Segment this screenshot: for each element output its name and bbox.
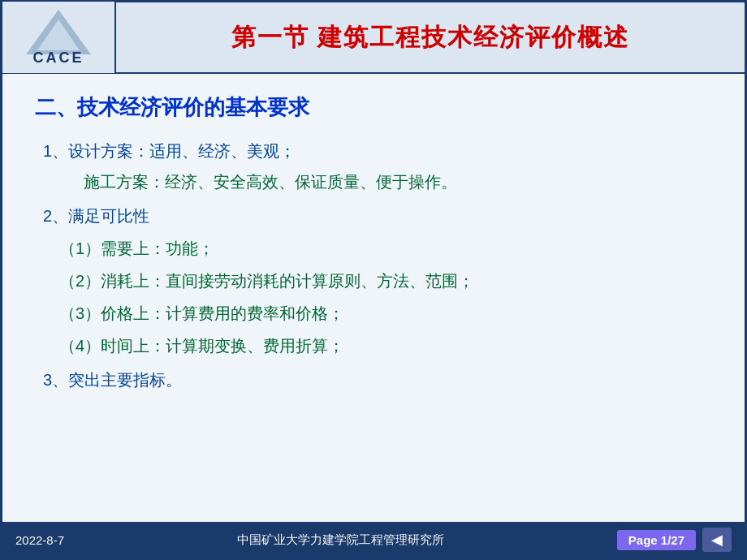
content-block-3: 3、突出主要指标。 xyxy=(35,367,712,393)
header-title-area: 第一节 建筑工程技术经济评价概述 xyxy=(116,21,745,54)
logo-area: CACE xyxy=(2,2,116,73)
list-item: 2、满足可比性 xyxy=(35,203,712,229)
list-item: 施工方案：经济、安全高效、保证质量、便于操作。 xyxy=(35,169,712,195)
section-title: 二、技术经济评价的基本要求 xyxy=(35,93,712,122)
footer-right: Page 1/27 ◀ xyxy=(617,528,732,552)
list-item: （1）需要上：功能； xyxy=(35,235,712,261)
list-item: （3）价格上：计算费用的费率和价格； xyxy=(35,300,712,326)
header: CACE 第一节 建筑工程技术经济评价概述 xyxy=(2,2,745,74)
nav-back-button[interactable]: ◀ xyxy=(702,528,732,552)
logo-triangle-inner xyxy=(37,19,80,50)
list-item: 3、突出主要指标。 xyxy=(35,367,712,393)
footer-date: 2022-8-7 xyxy=(15,533,64,547)
list-item: （4）时间上：计算期变换、费用折算； xyxy=(35,333,712,359)
content-block-2: 2、满足可比性 （1）需要上：功能； （2）消耗上：直间接劳动消耗的计算原则、方… xyxy=(35,203,712,359)
content-block-1: 1、设计方案：适用、经济、美观； 施工方案：经济、安全高效、保证质量、便于操作。 xyxy=(35,138,712,195)
footer: 2022-8-7 中国矿业大学力建学院工程管理研究所 Page 1/27 ◀ xyxy=(2,522,745,558)
list-item: 1、设计方案：适用、经济、美观； xyxy=(35,138,712,164)
header-title: 第一节 建筑工程技术经济评价概述 xyxy=(231,21,629,54)
main-content: 二、技术经济评价的基本要求 1、设计方案：适用、经济、美观； 施工方案：经济、安… xyxy=(2,74,745,522)
slide-wrapper: CACE 第一节 建筑工程技术经济评价概述 二、技术经济评价的基本要求 1、设计… xyxy=(0,0,747,560)
footer-center-text: 中国矿业大学力建学院工程管理研究所 xyxy=(64,532,617,548)
footer-page-badge: Page 1/27 xyxy=(617,530,696,550)
logo-text: CACE xyxy=(32,50,84,67)
list-item: （2）消耗上：直间接劳动消耗的计算原则、方法、范围； xyxy=(35,268,712,294)
nav-back-icon: ◀ xyxy=(711,531,723,549)
